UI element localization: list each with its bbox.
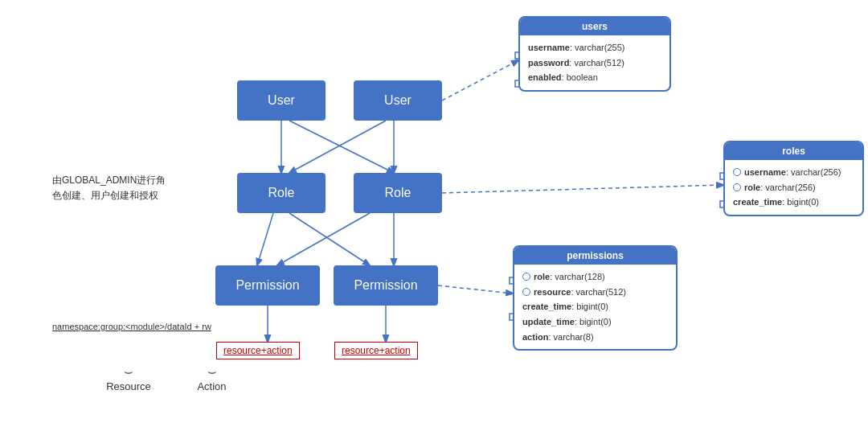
namespace-label: namespace:group:<module>/dataId + rw (52, 322, 211, 331)
username-label: username: varchar(255) (528, 40, 624, 55)
roles-role-label: role: varchar(256) (744, 180, 816, 195)
resource-action-2: resource+action (334, 342, 418, 359)
roles-createtime-label: create_time: bigint(0) (733, 195, 819, 210)
svg-line-12 (438, 285, 513, 294)
roles-table-card: roles username: varchar(256) role: varch… (723, 141, 864, 216)
role-node-2: Role (354, 173, 442, 213)
perms-resource-label: resource: varchar(512) (534, 285, 626, 300)
permissions-table-card: permissions role: varchar(128) resource:… (513, 245, 678, 351)
table-row: enabled: boolean (528, 70, 661, 85)
action-brace-label: ⌣ Action (182, 364, 242, 392)
perms-role-label: role: varchar(128) (534, 269, 605, 285)
role-node-1: Role (237, 173, 326, 213)
permissions-table-title: permissions (514, 247, 676, 265)
user-node-2: User (354, 80, 442, 121)
table-row: create_time: bigint(0) (522, 299, 668, 314)
perms-createtime-label: create_time: bigint(0) (522, 299, 608, 314)
permissions-table-body: role: varchar(128) resource: varchar(512… (514, 265, 676, 349)
resource-brace-label: ⌣ Resource (80, 364, 177, 392)
svg-line-2 (289, 121, 386, 173)
perms-action-label: action: varchar(8) (522, 330, 594, 345)
svg-line-6 (277, 213, 370, 265)
roles-table-title: roles (725, 142, 862, 160)
table-row: username: varchar(256) (733, 165, 854, 180)
perms-updatetime-label: update_time: bigint(0) (522, 314, 612, 330)
svg-line-5 (289, 213, 370, 265)
roles-username-label: username: varchar(256) (744, 165, 841, 180)
key-icon (522, 273, 530, 281)
roles-table-body: username: varchar(256) role: varchar(256… (725, 160, 862, 215)
users-table-card: users username: varchar(255) password: v… (518, 16, 671, 92)
chinese-description: 由GLOBAL_ADMIN进行角 色创建、用户创建和授权 (52, 173, 181, 203)
users-table-title: users (520, 18, 669, 35)
enabled-label: enabled: boolean (528, 70, 598, 85)
table-row: resource: varchar(512) (522, 285, 668, 300)
table-row: action: varchar(8) (522, 330, 668, 345)
user-node-1: User (237, 80, 326, 121)
svg-line-10 (442, 60, 518, 101)
table-row: create_time: bigint(0) (733, 195, 854, 210)
key-icon (733, 168, 741, 176)
key-icon (522, 288, 530, 296)
svg-line-11 (442, 185, 723, 193)
svg-line-4 (257, 213, 273, 265)
table-row: role: varchar(128) (522, 269, 668, 285)
table-row: username: varchar(255) (528, 40, 661, 55)
key-icon (733, 183, 741, 191)
table-row: role: varchar(256) (733, 180, 854, 195)
permission-node-2: Permission (334, 265, 438, 306)
table-row: update_time: bigint(0) (522, 314, 668, 330)
permission-node-1: Permission (215, 265, 320, 306)
password-label: password: varchar(512) (528, 55, 624, 71)
svg-line-1 (289, 121, 394, 173)
users-table-body: username: varchar(255) password: varchar… (520, 35, 669, 90)
diagram-container: User User Role Role Permission Permissio… (0, 0, 868, 427)
resource-action-1: resource+action (216, 342, 300, 359)
table-row: password: varchar(512) (528, 55, 661, 71)
